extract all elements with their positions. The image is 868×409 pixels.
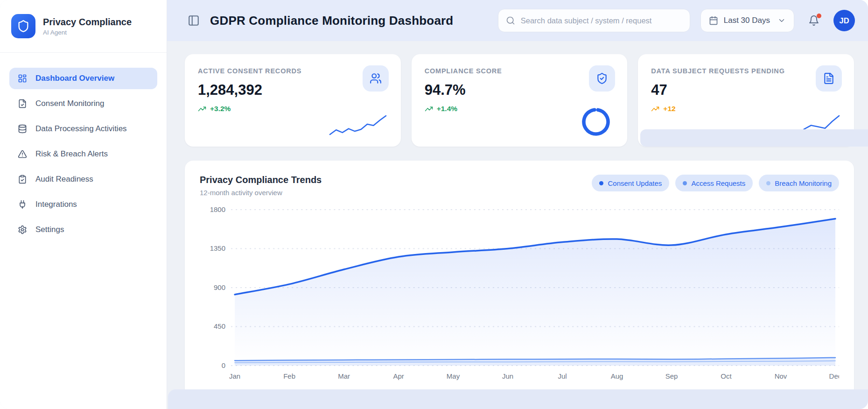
legend-chip-consent-updates[interactable]: Consent Updates <box>592 175 669 191</box>
notification-dot <box>817 14 821 18</box>
brand-title: Privacy Compliance <box>43 17 132 28</box>
x-axis-tick: Aug <box>611 372 623 380</box>
trend-chart-card: Privacy Compliance Trends 12-month activ… <box>185 161 854 409</box>
search-icon <box>506 16 515 25</box>
users-icon <box>363 65 389 92</box>
x-axis-tick: May <box>447 372 460 380</box>
header: GDPR Compliance Monitoring Dashboard Las… <box>167 0 868 41</box>
x-axis-tick: Jan <box>229 372 240 380</box>
sidebar-item-integrations[interactable]: Integrations <box>9 194 157 215</box>
chart-titles: Privacy Compliance Trends 12-month activ… <box>200 175 322 197</box>
stat-value: 47 <box>651 82 841 99</box>
stat-delta: +3.2% <box>198 105 388 113</box>
notifications-button[interactable] <box>808 15 819 26</box>
alert-triangle-icon <box>18 149 27 159</box>
chart-legend: Consent Updates Access Requests Breach M… <box>592 175 839 191</box>
sidebar-item-label: Audit Readiness <box>35 175 93 184</box>
sidebar-item-label: Dashboard Overview <box>35 74 114 83</box>
stat-card-active-consent-records: ACTIVE CONSENT RECORDS 1,284,392 +3.2% <box>185 54 401 147</box>
trend-area-chart: 045090013501800JanFebMarAprMayJunJulAugS… <box>200 202 839 383</box>
trending-up-icon <box>198 105 206 113</box>
search-input[interactable] <box>521 16 682 25</box>
sidebar-item-risk-breach-alerts[interactable]: Risk & Breach Alerts <box>9 143 157 165</box>
main-area: GDPR Compliance Monitoring Dashboard Las… <box>167 0 868 409</box>
stat-card-compliance-score: COMPLIANCE SCORE 94.7% +1.4% <box>412 54 628 147</box>
sidebar-nav: Dashboard Overview Consent Monitoring Da… <box>0 53 167 240</box>
brand-text: Privacy Compliance AI Agent <box>43 17 132 36</box>
chevron-down-icon <box>777 16 786 25</box>
x-axis-tick: Mar <box>338 372 350 380</box>
avatar[interactable]: JD <box>833 10 855 31</box>
sparkline-chart <box>328 113 388 137</box>
database-icon <box>18 124 27 134</box>
x-axis-tick: Apr <box>393 372 404 380</box>
legend-label: Access Requests <box>691 179 745 187</box>
legend-label: Consent Updates <box>608 179 662 187</box>
sidebar-item-label: Data Processing Activities <box>35 124 127 134</box>
stat-label: DATA SUBJECT REQUESTS PENDING <box>651 66 791 76</box>
file-check-icon <box>18 99 27 108</box>
legend-dot <box>683 181 687 185</box>
progress-ring <box>581 106 611 137</box>
stat-label: COMPLIANCE SCORE <box>425 66 565 76</box>
date-range-dropdown[interactable]: Last 30 Days <box>700 9 794 32</box>
app-window: Privacy Compliance AI Agent Dashboard Ov… <box>0 0 868 409</box>
sidebar-item-label: Integrations <box>35 200 77 209</box>
legend-chip-breach-monitoring[interactable]: Breach Monitoring <box>759 175 839 191</box>
chart-subtitle: 12-month activity overview <box>200 189 322 197</box>
x-axis-tick: Oct <box>721 372 732 380</box>
sparkline-path <box>330 116 386 134</box>
page-title: GDPR Compliance Monitoring Dashboard <box>210 14 453 28</box>
sidebar-item-label: Consent Monitoring <box>35 99 104 108</box>
stat-label: ACTIVE CONSENT RECORDS <box>198 66 338 76</box>
y-axis-tick: 900 <box>214 283 225 291</box>
content: ACTIVE CONSENT RECORDS 1,284,392 +3.2% C… <box>167 41 868 409</box>
legend-dot <box>599 181 603 185</box>
grid-icon <box>18 74 27 83</box>
stat-value: 94.7% <box>425 82 615 99</box>
lavender-strip-top <box>640 129 868 147</box>
file-text-icon <box>816 65 842 92</box>
x-axis-tick: Jun <box>502 372 513 380</box>
stat-delta-value: +12 <box>663 105 675 113</box>
sidebar-item-settings[interactable]: Settings <box>9 219 157 240</box>
x-axis-tick: Nov <box>775 372 787 380</box>
progress-ring-arc <box>582 108 610 136</box>
stat-delta-value: +1.4% <box>437 105 457 113</box>
y-axis-tick: 1800 <box>210 205 225 213</box>
brand-subtitle: AI Agent <box>43 29 132 36</box>
trending-up-icon <box>651 105 659 113</box>
area-fill-consent-updates <box>235 219 835 366</box>
sidebar-item-label: Risk & Breach Alerts <box>35 149 108 159</box>
stat-delta: +12 <box>651 105 841 113</box>
x-axis-tick: Sep <box>665 372 678 380</box>
y-axis-tick: 1350 <box>210 245 225 253</box>
sidebar-item-audit-readiness[interactable]: Audit Readiness <box>9 169 157 190</box>
stat-delta-value: +3.2% <box>210 105 231 113</box>
shield-icon <box>11 14 35 38</box>
sidebar-item-label: Settings <box>35 225 64 234</box>
stat-value: 1,284,392 <box>198 82 388 99</box>
y-axis-tick: 450 <box>214 323 225 331</box>
y-axis-tick: 0 <box>222 361 225 369</box>
sidebar-item-data-processing-activities[interactable]: Data Processing Activities <box>9 118 157 140</box>
legend-dot <box>766 181 770 185</box>
search-bar[interactable] <box>498 9 690 32</box>
date-range-label: Last 30 Days <box>724 16 770 25</box>
plug-icon <box>18 200 27 209</box>
calendar-icon <box>709 16 718 25</box>
x-axis-tick: Jul <box>558 372 567 380</box>
sidebar-item-dashboard-overview[interactable]: Dashboard Overview <box>9 68 157 89</box>
chart-title: Privacy Compliance Trends <box>200 175 322 185</box>
legend-label: Breach Monitoring <box>775 179 832 187</box>
sidebar-toggle-icon[interactable] <box>188 14 200 27</box>
sidebar: Privacy Compliance AI Agent Dashboard Ov… <box>0 0 167 409</box>
gear-icon <box>18 225 27 234</box>
sidebar-item-consent-monitoring[interactable]: Consent Monitoring <box>9 93 157 114</box>
trending-up-icon <box>425 105 433 113</box>
clipboard-check-icon <box>18 175 27 184</box>
x-axis-tick: Dec <box>829 372 839 380</box>
lavender-band-bottom <box>168 389 868 409</box>
legend-chip-access-requests[interactable]: Access Requests <box>675 175 753 191</box>
x-axis-tick: Feb <box>283 372 295 380</box>
